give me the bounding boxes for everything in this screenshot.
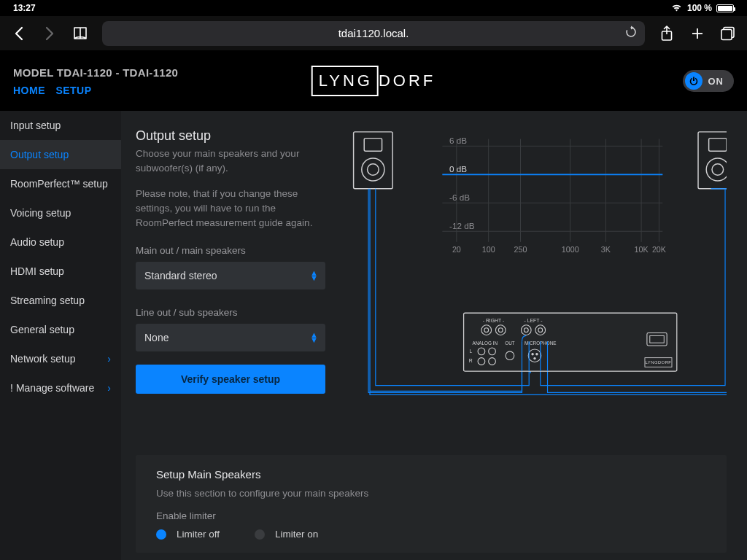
- stepper-icon: ▲▼: [310, 332, 318, 343]
- svg-text:ANALOG IN: ANALOG IN: [473, 341, 498, 346]
- back-button[interactable]: [10, 25, 28, 42]
- sidebar-item-hdmi-setup[interactable]: HDMI setup: [0, 257, 121, 286]
- svg-text:-12 dB: -12 dB: [449, 221, 475, 230]
- setup-main-speakers-card: Setup Main Speakers Use this section to …: [136, 455, 727, 553]
- browser-toolbar: tdai1120.local.: [0, 16, 747, 51]
- power-icon: [685, 72, 703, 90]
- svg-text:- RIGHT -: - RIGHT -: [483, 318, 504, 323]
- section-desc-1: Choose your main speakers and your subwo…: [136, 147, 325, 176]
- breadcrumb: HOME SETUP: [13, 85, 178, 96]
- tabs-button[interactable]: [719, 25, 737, 42]
- sidebar-item-voicing-setup[interactable]: Voicing setup: [0, 198, 121, 228]
- svg-text:250: 250: [514, 245, 527, 254]
- power-toggle[interactable]: ON: [683, 70, 735, 92]
- forward-button[interactable]: [41, 25, 58, 42]
- power-label: ON: [708, 76, 724, 87]
- svg-text:-6 dB: -6 dB: [449, 192, 470, 202]
- svg-point-63: [532, 354, 533, 355]
- amplifier-icon: - RIGHT - - LEFT - ANALOG IN OUT MICROPH…: [464, 313, 677, 371]
- svg-text:20K: 20K: [652, 245, 667, 254]
- sidebar-item-input-setup[interactable]: Input setup: [0, 111, 121, 140]
- status-battery-pct: 100 %: [687, 3, 712, 13]
- chevron-right-icon: ›: [107, 353, 111, 365]
- sidebar-item-network-setup[interactable]: Network setup›: [0, 344, 121, 373]
- brand-logo: LYNGDORF: [311, 66, 436, 96]
- share-button[interactable]: [658, 25, 676, 42]
- right-speaker-icon: [698, 132, 727, 189]
- url-text: tdai1120.local.: [338, 27, 409, 39]
- svg-point-65: [534, 357, 535, 359]
- svg-point-64: [536, 354, 538, 355]
- svg-rect-33: [354, 132, 393, 189]
- sidebar-item-output-setup[interactable]: Output setup: [0, 140, 121, 169]
- svg-text:1000: 1000: [562, 245, 579, 254]
- radio-dot-icon: [255, 529, 265, 540]
- radio-dot-icon: [156, 529, 166, 540]
- svg-text:LYNGDORF: LYNGDORF: [646, 360, 672, 365]
- svg-text:3K: 3K: [601, 245, 611, 254]
- svg-rect-5: [721, 29, 732, 39]
- section-desc-2: Please note, that if you change these se…: [136, 187, 325, 231]
- crumb-home[interactable]: HOME: [13, 85, 45, 96]
- verify-speaker-setup-button[interactable]: Verify speaker setup: [136, 365, 325, 394]
- left-speaker-icon: [354, 132, 393, 189]
- svg-text:20: 20: [452, 245, 461, 254]
- svg-rect-38: [709, 139, 727, 152]
- line-out-label: Line out / sub speakers: [136, 307, 325, 318]
- status-time: 13:27: [13, 3, 36, 13]
- sidebar-item-general-setup[interactable]: General setup: [0, 315, 121, 344]
- main-out-label: Main out / main speakers: [136, 245, 325, 256]
- sidebar-item-audio-setup[interactable]: Audio setup: [0, 228, 121, 257]
- bookmarks-button[interactable]: [71, 25, 89, 42]
- limiter-on-radio[interactable]: Limiter on: [255, 529, 318, 540]
- card-title: Setup Main Speakers: [156, 468, 712, 481]
- limiter-label: Enable limiter: [156, 510, 712, 521]
- svg-text:- LEFT -: - LEFT -: [525, 318, 543, 323]
- sidebar-item-streaming-setup[interactable]: Streaming setup: [0, 286, 121, 315]
- card-desc: Use this section to configure your main …: [156, 488, 712, 499]
- svg-text:0 dB: 0 dB: [449, 164, 467, 174]
- svg-rect-34: [364, 139, 382, 152]
- svg-point-35: [362, 158, 384, 181]
- svg-text:L: L: [469, 349, 472, 354]
- crumb-setup[interactable]: SETUP: [55, 85, 91, 96]
- sidebar-item-roomperfect-setup[interactable]: RoomPerfect™ setup: [0, 169, 121, 198]
- sidebar-item-manage-software[interactable]: !Manage software›: [0, 373, 121, 402]
- svg-text:10K: 10K: [635, 245, 649, 254]
- section-title: Output setup: [136, 128, 325, 144]
- app-header: MODEL TDAI-1120 - TDAI-1120 HOME SETUP L…: [0, 51, 747, 111]
- battery-icon: [716, 4, 734, 12]
- model-title: MODEL TDAI-1120 - TDAI-1120: [13, 66, 178, 79]
- new-tab-button[interactable]: [689, 25, 706, 42]
- svg-text:OUT: OUT: [505, 341, 514, 346]
- stepper-icon: ▲▼: [310, 271, 318, 281]
- main-out-value: Standard stereo: [144, 270, 217, 281]
- svg-point-40: [712, 164, 724, 176]
- svg-point-36: [368, 164, 379, 176]
- line-out-value: None: [144, 332, 169, 343]
- chevron-right-icon: ›: [107, 382, 111, 394]
- limiter-off-radio[interactable]: Limiter off: [156, 529, 220, 540]
- wifi-icon: [670, 3, 683, 14]
- svg-text:100: 100: [482, 245, 495, 254]
- svg-text:R: R: [469, 358, 473, 363]
- status-bar: 13:27 100 %: [0, 0, 747, 16]
- reload-icon[interactable]: [624, 26, 638, 41]
- line-out-select[interactable]: None ▲▼: [136, 324, 325, 351]
- address-bar[interactable]: tdai1120.local.: [102, 21, 645, 46]
- sidebar: Input setup Output setup RoomPerfect™ se…: [0, 111, 121, 560]
- main-out-select[interactable]: Standard stereo ▲▼: [136, 262, 325, 289]
- svg-text:6 dB: 6 dB: [449, 136, 467, 145]
